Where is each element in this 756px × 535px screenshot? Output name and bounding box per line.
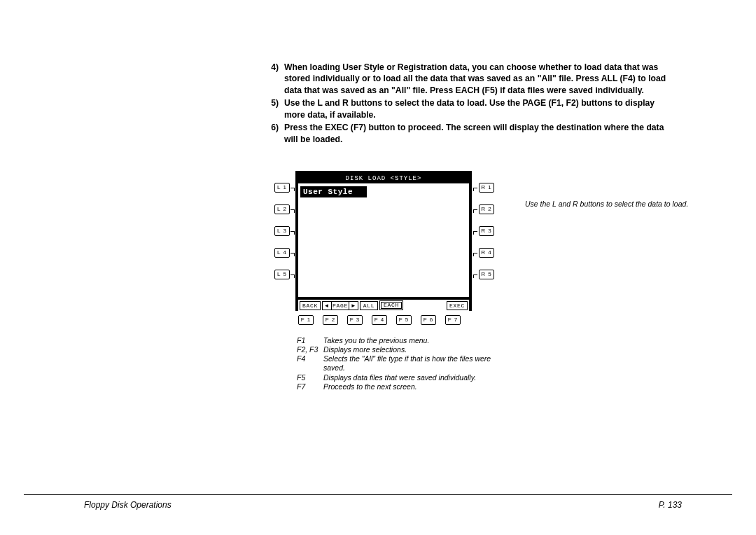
legend-text: Proceeds to the next screen. bbox=[323, 382, 507, 391]
step-number: 6) bbox=[265, 122, 284, 145]
legend-key: F2, F3 bbox=[297, 345, 323, 354]
tick bbox=[290, 253, 295, 256]
legend-key: F4 bbox=[297, 354, 323, 373]
page: 4) When loading User Style or Registrati… bbox=[0, 0, 756, 535]
button-l3: L 3 bbox=[274, 226, 290, 236]
button-f6: F 6 bbox=[421, 315, 436, 325]
softkey-page: ◄ PAGE ► bbox=[322, 301, 358, 310]
button-l4: L 4 bbox=[274, 248, 290, 258]
button-l1: L 1 bbox=[274, 183, 290, 193]
legend-row: F5 Displays data files that were saved i… bbox=[297, 373, 507, 382]
function-keys: F 1 F 2 F 3 F 4 F 5 F 6 F 7 bbox=[298, 315, 461, 325]
lcd-wrap: L 1 L 2 L 3 L 4 L 5 R 1 R 2 R 3 R 4 R 5 … bbox=[274, 171, 500, 311]
tick bbox=[290, 188, 295, 191]
button-r5: R 5 bbox=[479, 270, 494, 279]
step-number: 5) bbox=[265, 97, 284, 120]
tick bbox=[473, 188, 477, 191]
legend-text: Selects the "All" file type if that is h… bbox=[323, 354, 507, 373]
button-f3: F 3 bbox=[347, 315, 363, 325]
page-right-icon: ► bbox=[349, 302, 358, 310]
legend-text: Displays data files that were saved indi… bbox=[323, 373, 507, 382]
button-f4: F 4 bbox=[372, 315, 387, 325]
button-f1: F 1 bbox=[298, 315, 314, 325]
lcd-title: DISK LOAD <STYLE> bbox=[298, 174, 469, 183]
tick bbox=[290, 275, 295, 278]
footer-chapter: Floppy Disk Operations bbox=[84, 500, 172, 510]
legend-key: F1 bbox=[297, 336, 323, 345]
tick bbox=[473, 253, 477, 256]
function-key-legend: F1 Takes you to the previous menu. F2, F… bbox=[297, 336, 507, 391]
instruction-steps: 4) When loading User Style or Registrati… bbox=[265, 62, 675, 146]
step-text: When loading User Style or Registration … bbox=[284, 62, 675, 96]
step-text: Use the L and R buttons to select the da… bbox=[284, 97, 675, 120]
figure-caption-side: Use the L and R buttons to select the da… bbox=[525, 200, 707, 208]
legend-key: F7 bbox=[297, 382, 323, 391]
softkey-exec: EXEC bbox=[447, 301, 468, 310]
step-number: 4) bbox=[265, 62, 284, 96]
softkey-page-label: PAGE bbox=[331, 302, 349, 310]
softkey-back: BACK bbox=[300, 301, 321, 310]
device-diagram: L 1 L 2 L 3 L 4 L 5 R 1 R 2 R 3 R 4 R 5 … bbox=[274, 171, 500, 311]
footer-divider bbox=[24, 494, 732, 495]
tick bbox=[290, 209, 295, 213]
tick bbox=[473, 209, 477, 213]
lcd-selected-item: User Style bbox=[300, 186, 367, 197]
softkey-each-selected: EACH bbox=[379, 300, 403, 310]
button-f5: F 5 bbox=[396, 315, 412, 325]
tick bbox=[290, 231, 295, 235]
legend-text: Takes you to the previous menu. bbox=[323, 336, 507, 345]
button-l2: L 2 bbox=[274, 204, 290, 214]
softkey-each: EACH bbox=[381, 302, 402, 309]
button-r1: R 1 bbox=[479, 183, 494, 193]
legend-key: F5 bbox=[297, 373, 323, 382]
step-5: 5) Use the L and R buttons to select the… bbox=[265, 97, 675, 120]
button-l5: L 5 bbox=[274, 270, 290, 279]
page-left-icon: ◄ bbox=[323, 302, 331, 310]
softkey-all: ALL bbox=[360, 301, 378, 310]
tick bbox=[473, 231, 477, 235]
legend-row: F2, F3 Displays more selections. bbox=[297, 345, 507, 354]
step-text: Press the EXEC (F7) button to proceed. T… bbox=[284, 122, 675, 145]
button-r3: R 3 bbox=[479, 226, 494, 236]
lcd-softkey-bar: BACK ◄ PAGE ► ALL EACH EXEC bbox=[298, 297, 469, 311]
button-r4: R 4 bbox=[479, 248, 494, 258]
legend-row: F4 Selects the "All" file type if that i… bbox=[297, 354, 507, 373]
button-r2: R 2 bbox=[479, 204, 494, 214]
step-4: 4) When loading User Style or Registrati… bbox=[265, 62, 675, 96]
legend-row: F1 Takes you to the previous menu. bbox=[297, 336, 507, 345]
legend-text: Displays more selections. bbox=[323, 345, 507, 354]
legend-row: F7 Proceeds to the next screen. bbox=[297, 382, 507, 391]
lcd-screen: DISK LOAD <STYLE> User Style BACK ◄ PAGE… bbox=[295, 171, 472, 311]
step-6: 6) Press the EXEC (F7) button to proceed… bbox=[265, 122, 675, 145]
button-f7: F 7 bbox=[445, 315, 461, 325]
footer-page-number: P. 133 bbox=[659, 500, 682, 510]
tick bbox=[473, 275, 477, 278]
lcd-body: User Style bbox=[298, 183, 469, 297]
button-f2: F 2 bbox=[323, 315, 338, 325]
